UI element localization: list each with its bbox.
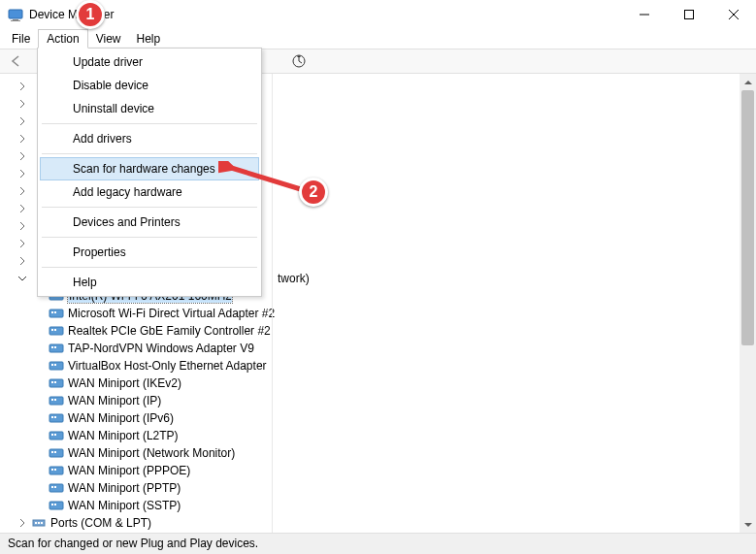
svg-rect-15 [51, 329, 53, 331]
menu-action[interactable]: Action [38, 29, 87, 49]
svg-rect-21 [51, 364, 53, 366]
device-label: WAN Miniport (IP) [68, 394, 161, 407]
network-adapter-icon [49, 463, 64, 478]
menu-separator [42, 207, 257, 208]
network-adapter-icon [49, 445, 64, 461]
menu-item-disable-device[interactable]: Disable device [40, 74, 259, 97]
chevron-right-icon[interactable] [16, 254, 29, 268]
menu-item-properties[interactable]: Properties [40, 241, 259, 264]
svg-rect-13 [54, 311, 56, 313]
device-item[interactable]: VirtualBox Host-Only Ethernet Adapter [10, 357, 756, 375]
category-label-partial: twork) [278, 272, 310, 285]
menu-bar: File Action View Help [0, 29, 756, 49]
svg-rect-40 [54, 469, 56, 471]
minimize-button[interactable] [622, 0, 667, 29]
status-bar: Scan for changed or new Plug and Play de… [0, 533, 756, 554]
device-item[interactable]: WAN Miniport (PPPOE) [10, 462, 756, 479]
annotation-arrow-icon [218, 161, 311, 196]
device-item[interactable]: WAN Miniport (SSTP) [10, 497, 756, 514]
network-adapter-icon [49, 323, 64, 339]
menu-item-devices-printers[interactable]: Devices and Printers [40, 211, 259, 234]
svg-rect-31 [54, 416, 56, 418]
menu-view[interactable]: View [88, 29, 129, 49]
chevron-right-icon[interactable] [16, 80, 29, 93]
network-adapter-icon [49, 358, 64, 374]
svg-rect-48 [35, 522, 37, 524]
chevron-right-icon[interactable] [16, 114, 29, 128]
device-label: TAP-NordVPN Windows Adapter V9 [68, 342, 254, 355]
menu-item-add-drivers[interactable]: Add drivers [40, 127, 259, 150]
chevron-down-icon[interactable] [16, 272, 29, 285]
svg-rect-16 [54, 329, 56, 331]
svg-rect-43 [54, 486, 56, 488]
svg-rect-19 [54, 346, 56, 348]
menu-item-help[interactable]: Help [40, 271, 259, 294]
svg-rect-50 [41, 522, 43, 524]
svg-rect-22 [54, 364, 56, 366]
network-adapter-icon [49, 410, 64, 426]
menu-item-update-driver[interactable]: Update driver [40, 50, 259, 74]
device-item[interactable]: TAP-NordVPN Windows Adapter V9 [10, 340, 756, 357]
chevron-right-icon[interactable] [16, 132, 29, 146]
device-label: VirtualBox Host-Only Ethernet Adapter [68, 359, 267, 373]
menu-item-uninstall-device[interactable]: Uninstall device [40, 97, 259, 120]
device-item[interactable]: WAN Miniport (IP) [10, 392, 756, 409]
menu-separator [42, 123, 257, 124]
device-label: Microsoft Wi-Fi Direct Virtual Adapter #… [68, 307, 275, 320]
annotation-callout-2: 2 [299, 178, 328, 207]
scroll-down-button[interactable] [740, 516, 756, 533]
device-label: WAN Miniport (Network Monitor) [68, 446, 235, 460]
scroll-track[interactable] [740, 90, 756, 516]
status-text: Scan for changed or new Plug and Play de… [8, 537, 258, 550]
scroll-up-button[interactable] [740, 74, 756, 90]
menu-file[interactable]: File [4, 29, 38, 49]
ports-icon [31, 515, 47, 531]
scan-hardware-button[interactable] [288, 50, 310, 72]
device-item[interactable]: WAN Miniport (PPTP) [10, 479, 756, 497]
device-item[interactable]: Microsoft Wi-Fi Direct Virtual Adapter #… [10, 305, 756, 322]
chevron-right-icon[interactable] [16, 516, 29, 530]
network-adapter-icon [49, 428, 64, 443]
device-item[interactable]: WAN Miniport (L2TP) [10, 427, 756, 444]
close-button[interactable] [711, 0, 756, 29]
chevron-right-icon[interactable] [16, 97, 29, 111]
svg-rect-49 [38, 522, 40, 524]
back-button[interactable] [6, 50, 27, 72]
chevron-right-icon[interactable] [16, 237, 29, 250]
maximize-button[interactable] [667, 0, 711, 29]
svg-rect-33 [51, 434, 53, 436]
svg-rect-37 [54, 451, 56, 453]
annotation-callout-1: 1 [76, 0, 105, 29]
device-label: WAN Miniport (SSTP) [68, 499, 181, 512]
svg-rect-1 [13, 19, 18, 20]
menu-separator [42, 237, 257, 238]
device-label: WAN Miniport (PPTP) [68, 481, 181, 495]
vertical-scrollbar[interactable] [740, 74, 756, 533]
network-adapter-icon [49, 498, 64, 513]
network-adapter-icon [49, 306, 64, 321]
chevron-right-icon[interactable] [16, 202, 29, 215]
device-item[interactable]: Realtek PCIe GbE Family Controller #2 [10, 322, 756, 340]
scroll-thumb[interactable] [741, 90, 754, 345]
chevron-right-icon[interactable] [16, 167, 29, 180]
device-label: WAN Miniport (L2TP) [68, 429, 179, 442]
device-item[interactable]: WAN Miniport (Network Monitor) [10, 444, 756, 462]
chevron-right-icon[interactable] [16, 219, 29, 233]
svg-rect-34 [54, 434, 56, 436]
title-bar: Device Manager [0, 0, 756, 29]
chevron-right-icon[interactable] [16, 184, 29, 198]
svg-rect-45 [51, 504, 53, 505]
network-adapter-icon [49, 393, 64, 408]
menu-help[interactable]: Help [129, 29, 169, 49]
device-manager-icon [8, 7, 23, 22]
network-adapter-icon [49, 375, 64, 391]
device-item[interactable]: WAN Miniport (IPv6) [10, 409, 756, 427]
device-label: Realtek PCIe GbE Family Controller #2 [68, 324, 271, 338]
svg-rect-28 [54, 399, 56, 401]
device-label: WAN Miniport (PPPOE) [68, 464, 190, 477]
device-item[interactable]: WAN Miniport (IKEv2) [10, 375, 756, 392]
menu-separator [42, 267, 257, 268]
tree-category-ports[interactable]: Ports (COM & LPT) [10, 514, 756, 532]
chevron-right-icon[interactable] [16, 149, 29, 163]
svg-rect-4 [685, 11, 694, 19]
